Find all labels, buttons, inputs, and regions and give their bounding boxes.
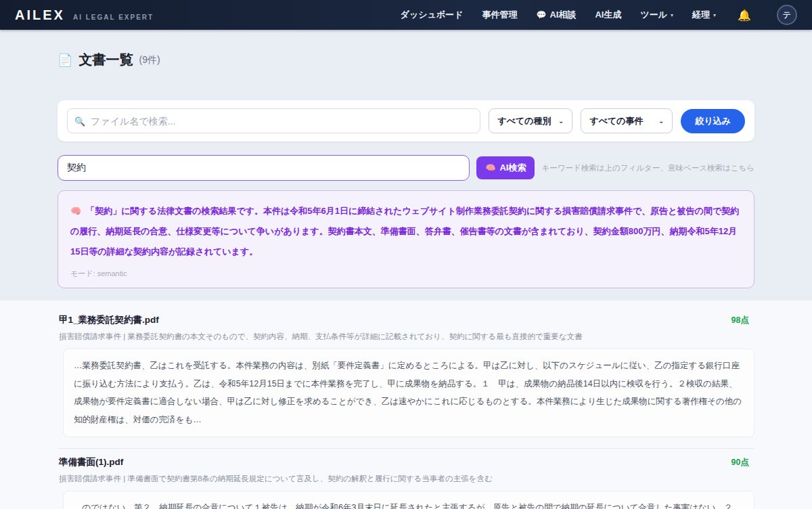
brand-tagline: AI LEGAL EXPERT	[73, 14, 154, 21]
nav-item-ai-consult[interactable]: 💬 AI相談	[536, 9, 576, 21]
document-row[interactable]: 準備書面(1).pdf 90点 損害賠償請求事件 | 準備書面で契約書第8条の納…	[58, 448, 754, 509]
document-title[interactable]: 甲1_業務委託契約書.pdf	[59, 314, 159, 326]
type-filter-select[interactable]: すべての種別 ⌄	[489, 108, 572, 133]
ai-summary: 🧠「契約」に関する法律文書の検索結果です。本件は令和5年6月1日に締結されたウェ…	[70, 201, 742, 262]
case-filter-value: すべての事件	[589, 115, 643, 127]
top-navbar: AILEX AI LEGAL EXPERT ダッシュボード 事件管理 💬 AI相…	[0, 0, 812, 30]
case-filter-select[interactable]: すべての事件 ⌄	[581, 108, 673, 133]
brand[interactable]: AILEX AI LEGAL EXPERT	[15, 7, 154, 23]
nav-item-label: 経理	[692, 9, 710, 21]
document-count: (9件)	[139, 54, 160, 66]
ai-search-button-label: AI検索	[499, 162, 526, 174]
relevance-score: 98点	[731, 315, 749, 326]
ai-search-input[interactable]	[58, 155, 470, 181]
ai-search-row: 🧠 AI検索 キーワード検索は上のフィルター、意味ベース検索はこちら	[58, 155, 754, 181]
ai-summary-text: 「契約」に関する法律文書の検索結果です。本件は令和5年6月1日に締結されたウェブ…	[70, 206, 739, 257]
filename-search-input[interactable]	[67, 108, 480, 133]
ai-result-box: 🧠「契約」に関する法律文書の検索結果です。本件は令和5年6月1日に締結されたウェ…	[58, 190, 754, 288]
relevance-score: 90点	[731, 457, 749, 468]
chevron-down-icon: ⌄	[558, 117, 564, 125]
nav-item-tools[interactable]: ツール ▾	[640, 9, 673, 21]
document-excerpt: …業務委託契約書、乙はこれを受託する。本件業務の内容は、別紙「要件定義書」に定め…	[63, 349, 754, 438]
nav-item-dashboard[interactable]: ダッシュボード	[401, 9, 464, 21]
brand-logo: AILEX	[15, 7, 65, 23]
nav-item-label: 事件管理	[482, 9, 517, 21]
document-excerpt: …のではない。第２ 納期延長の合意について１被告は、納期が令和6年3月末日に延長…	[63, 491, 754, 509]
page-title: 文書一覧	[78, 51, 133, 69]
filter-bar: 🔍 すべての種別 ⌄ すべての事件 ⌄ 絞り込み	[58, 100, 754, 141]
nav-item-label: AI生成	[595, 9, 621, 21]
filename-search: 🔍	[67, 108, 480, 133]
document-title[interactable]: 準備書面(1).pdf	[59, 456, 123, 468]
filter-apply-button[interactable]: 絞り込み	[681, 109, 745, 133]
document-meta: 損害賠償請求事件 | 準備書面で契約書第8条の納期延長規定について言及し、契約の…	[59, 474, 749, 484]
nav-item-label: ツール	[640, 9, 667, 21]
nav-item-accounting[interactable]: 経理 ▾	[692, 9, 716, 21]
user-avatar[interactable]: テ	[777, 5, 797, 25]
nav-item-label: ダッシュボード	[401, 9, 464, 21]
type-filter-value: すべての種別	[497, 115, 551, 127]
ai-mode-label: モード: semantic	[70, 269, 742, 279]
chevron-down-icon: ▾	[713, 12, 716, 18]
document-icon: 📄	[58, 53, 72, 68]
document-meta: 損害賠償請求事件 | 業務委託契約書の本文そのもので、契約内容、納期、支払条件等…	[59, 332, 749, 342]
chevron-down-icon: ⌄	[658, 117, 664, 125]
nav-item-case-management[interactable]: 事件管理	[482, 9, 517, 21]
ai-search-hint: キーワード検索は上のフィルター、意味ベース検索はこちら	[541, 163, 754, 173]
page-header: 📄 文書一覧 (9件)	[58, 30, 754, 69]
document-row[interactable]: 甲1_業務委託契約書.pdf 98点 損害賠償請求事件 | 業務委託契約書の本文…	[58, 307, 754, 449]
ai-search-button[interactable]: 🧠 AI検索	[476, 156, 535, 179]
brain-icon: 🧠	[70, 206, 81, 216]
nav-item-label: AI相談	[549, 9, 576, 21]
chat-bubble-icon: 💬	[536, 10, 546, 20]
notification-bell-icon[interactable]: 🔔	[738, 9, 751, 22]
nav-item-ai-generate[interactable]: AI生成	[595, 9, 621, 21]
brain-icon: 🧠	[485, 163, 495, 173]
document-list-section: 甲1_業務委託契約書.pdf 98点 損害賠償請求事件 | 業務委託契約書の本文…	[0, 301, 812, 509]
nav-menu: ダッシュボード 事件管理 💬 AI相談 AI生成 ツール ▾ 経理 ▾ 🔔 テ	[401, 5, 797, 25]
chevron-down-icon: ▾	[671, 12, 673, 18]
